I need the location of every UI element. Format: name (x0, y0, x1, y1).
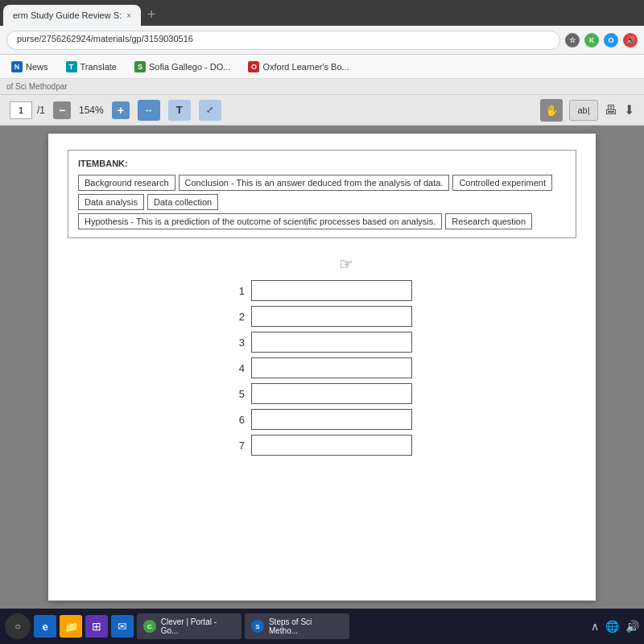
pdf-zoom-level: 154% (79, 105, 104, 116)
drop-zones-area: ☞ 1 2 3 4 5 (68, 254, 576, 460)
drop-zone-box-3[interactable] (251, 332, 412, 353)
pdf-hand-tool-icon[interactable]: ✋ (540, 99, 563, 122)
new-tab-button[interactable]: + (141, 6, 163, 23)
active-tab[interactable]: erm Study Guide Review S: × (3, 5, 141, 26)
bookmark-oxford-label: Oxford Learner's Bo... (262, 62, 349, 72)
pdf-text-tool-button[interactable]: T (168, 100, 191, 121)
drop-zone-row-5: 5 (232, 383, 412, 404)
pdf-text-annotation-icon[interactable]: ab| (569, 100, 598, 121)
clever-taskbar-item-label: Clever | Portal - Go... (161, 617, 235, 635)
steps-taskbar-item[interactable]: S Steps of Sci Metho... (245, 613, 349, 639)
pdf-page: ITEMBANK: Background research Conclusion… (48, 134, 596, 601)
taskbar-globe-icon[interactable]: 🌐 (605, 620, 619, 633)
drop-zone-row-1: 1 (232, 280, 412, 301)
ie-taskbar-icon[interactable]: e (34, 615, 56, 638)
pdf-page-separator: /1 (37, 105, 45, 116)
drop-zone-row-6: 6 (232, 409, 412, 430)
red-extension-icon[interactable]: 🔊 (623, 33, 638, 47)
oxford-bookmark-icon: O (248, 61, 259, 72)
page-header-text: of Sci Methodpar (6, 82, 68, 91)
bookmark-news-label: News (26, 62, 48, 72)
drop-zone-number-2: 2 (232, 311, 245, 323)
drop-zone-row-3: 3 (232, 332, 412, 353)
bookmark-sofia[interactable]: S Sofia Gallego - DO... (130, 60, 236, 74)
taskbar-volume-icon[interactable]: 🔊 (625, 620, 639, 633)
itembank-label: ITEMBANK: (78, 159, 566, 168)
pdf-toolbar: /1 − 154% + ↔ T ⤢ ✋ ab| 🖶 ⬇ (0, 95, 644, 126)
browser-window: erm Study Guide Review S: × + purse/2756… (0, 0, 644, 644)
taskbar: ○ e 📁 ⊞ ✉ C Clever | Portal - Go... S St… (0, 609, 644, 644)
itembank-items-list: Background research Conclusion - This is… (78, 175, 566, 229)
drop-zone-number-5: 5 (232, 388, 245, 400)
bookmark-news[interactable]: N News (6, 60, 53, 74)
pdf-print-button[interactable]: 🖶 (605, 103, 617, 118)
drop-zone-number-4: 4 (232, 362, 245, 374)
pdf-expand-button[interactable]: ⤢ (199, 100, 221, 121)
drop-zone-number-6: 6 (232, 414, 245, 426)
drop-zone-row-4: 4 (232, 357, 412, 378)
drop-zone-box-5[interactable] (251, 383, 412, 404)
steps-taskbar-item-label: Steps of Sci Metho... (269, 617, 343, 635)
pdf-nav-controls: /1 (10, 101, 45, 119)
tab-bar: erm Study Guide Review S: × + (0, 0, 644, 26)
bookmark-oxford[interactable]: O Oxford Learner's Bo... (243, 60, 353, 74)
k-extension-icon[interactable]: K (584, 33, 599, 47)
pdf-content-area: ITEMBANK: Background research Conclusion… (0, 126, 644, 609)
drop-zone-number-3: 3 (232, 336, 245, 349)
url-input[interactable]: purse/2756262924/materials/gp/3159030516 (6, 31, 560, 50)
drop-zone-box-4[interactable] (251, 357, 412, 378)
itembank-item-controlled[interactable]: Controlled experiment (452, 175, 552, 191)
hand-cursor-indicator: ☞ (339, 254, 353, 274)
steps-taskbar-item-icon: S (251, 620, 264, 633)
bookmarks-bar: N News T Translate S Sofia Gallego - DO.… (0, 55, 644, 79)
o-extension-icon[interactable]: O (604, 33, 618, 47)
taskbar-arrow-up-icon[interactable]: ∧ (591, 620, 599, 633)
drop-zone-number-1: 1 (232, 285, 245, 297)
itembank-item-data-analysis[interactable]: Data analysis (78, 194, 144, 210)
drop-zone-box-1[interactable] (251, 280, 412, 301)
bookmark-translate[interactable]: T Translate (61, 60, 122, 74)
star-icon[interactable]: ☆ (565, 33, 580, 47)
itembank-item-conclusion[interactable]: Conclusion - This is an answer deduced f… (179, 175, 450, 191)
itembank-item-research-question[interactable]: Research question (445, 213, 532, 229)
clever-taskbar-item[interactable]: C Clever | Portal - Go... (137, 613, 242, 639)
pdf-download-button[interactable]: ⬇ (624, 102, 634, 118)
pdf-zoom-display: 154% (79, 105, 104, 116)
news-bookmark-icon: N (11, 61, 23, 72)
drop-zone-number-7: 7 (232, 440, 245, 452)
pdf-zoom-out-button[interactable]: − (53, 101, 71, 119)
clever-taskbar-item-icon: C (143, 620, 156, 633)
apps-taskbar-icon[interactable]: ⊞ (85, 615, 108, 638)
bookmark-sofia-label: Sofia Gallego - DO... (149, 62, 231, 72)
translate-bookmark-icon: T (66, 61, 77, 72)
address-bar: purse/2756262924/materials/gp/3159030516… (0, 26, 644, 55)
taskbar-right-area: ∧ 🌐 🔊 (591, 620, 639, 633)
sofia-bookmark-icon: S (134, 61, 146, 72)
itembank-item-hypothesis[interactable]: Hypothesis - This is a prediction of the… (78, 213, 442, 229)
drop-zone-box-7[interactable] (251, 435, 412, 456)
pdf-page-input[interactable] (10, 101, 32, 119)
itembank-container: ITEMBANK: Background research Conclusion… (68, 150, 576, 238)
pdf-zoom-in-button[interactable]: + (112, 101, 130, 119)
folder-taskbar-icon[interactable]: 📁 (60, 615, 82, 638)
drop-zone-box-2[interactable] (251, 306, 412, 327)
page-partial-header: of Sci Methodpar (0, 79, 644, 95)
browser-action-icons: ☆ K O 🔊 (565, 33, 638, 47)
bookmark-translate-label: Translate (80, 62, 117, 72)
drop-zone-row-7: 7 (232, 435, 412, 456)
itembank-item-data-collection[interactable]: Data collection (147, 194, 218, 210)
start-button[interactable]: ○ (5, 613, 31, 639)
mail-taskbar-icon[interactable]: ✉ (111, 615, 134, 638)
drop-zone-row-2: 2 (232, 306, 412, 327)
pdf-fit-button[interactable]: ↔ (138, 100, 160, 121)
drop-zone-box-6[interactable] (251, 409, 412, 430)
itembank-item-bg-research[interactable]: Background research (78, 175, 175, 191)
pdf-right-tools: ✋ ab| 🖶 ⬇ (540, 99, 634, 122)
tab-title: erm Study Guide Review S: (13, 10, 122, 20)
tab-close-button[interactable]: × (126, 11, 131, 20)
